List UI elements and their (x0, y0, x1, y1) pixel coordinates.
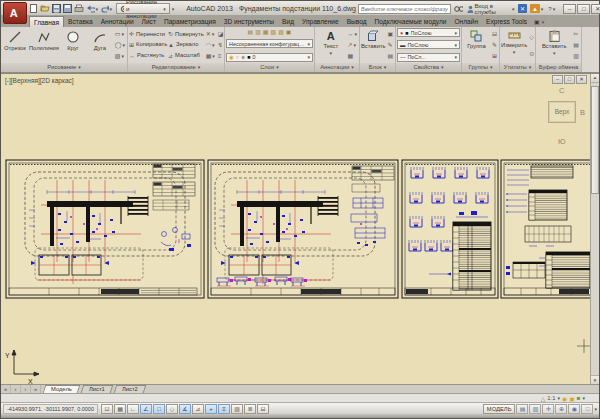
quick-view-layouts-icon[interactable]: ▤ (516, 404, 528, 414)
rotate-button[interactable]: ↻Повернуть (168, 31, 204, 37)
doc-close-button[interactable]: ✕ (576, 75, 587, 84)
hatch-button[interactable]: ▨▾ (114, 53, 126, 59)
3dosnap-toggle[interactable]: ◇ (166, 404, 178, 414)
panel-label-draw[interactable]: Рисование▾ (1, 63, 127, 72)
mirror-button[interactable]: ▲Зеркало (168, 42, 204, 48)
measure-button[interactable]: Измерить▾ (501, 28, 527, 63)
qat-redo-button[interactable]: ▾ (100, 3, 112, 14)
snap-toggle[interactable]: ⊡ (101, 404, 113, 414)
scroll-down-icon[interactable]: ▼ (591, 375, 599, 384)
qat-open-button[interactable] (40, 3, 50, 14)
copy-button[interactable]: ⊞Копировать (129, 42, 167, 48)
ungroup-button[interactable]: ⊟ (491, 31, 498, 37)
panel-label-groups[interactable]: Группы▾ (462, 63, 499, 72)
dimension-button[interactable]: ↔▾ (346, 31, 358, 37)
rectangle-button[interactable]: ▭▾ (114, 31, 126, 37)
panel-label-modify[interactable]: Редактирование▾ (128, 63, 224, 72)
pan-icon[interactable]: ✛ (542, 404, 554, 414)
application-menu-button[interactable]: A▾ (3, 2, 27, 24)
scale-button[interactable]: ⊿Масштаб (168, 53, 204, 59)
otrack-toggle[interactable]: ∡ (179, 404, 191, 414)
scroll-up-icon[interactable]: ▲ (591, 74, 599, 83)
restore-button[interactable]: □ (577, 4, 590, 14)
annotation-scale-value[interactable]: 1:1 (547, 395, 555, 401)
signin-button[interactable]: Вход в службы▾ (466, 4, 515, 14)
polar-toggle[interactable]: ∠ (140, 404, 152, 414)
move-button[interactable]: ✛Перенести (129, 31, 167, 37)
cut-button[interactable]: ✂ (572, 31, 580, 37)
tab-layout2[interactable]: Лист2 (113, 385, 145, 393)
panel-label-annotation[interactable]: Аннотации▾ (315, 63, 359, 72)
trim-button[interactable]: ✕▾ (205, 31, 216, 37)
array-button[interactable]: ▦▾ (205, 53, 216, 59)
ducs-toggle[interactable]: ⊿ (192, 404, 204, 414)
ortho-toggle[interactable]: ∟ (127, 404, 139, 414)
object-color-dropdown[interactable]: ●■ПоСлою▾ (397, 28, 460, 37)
panel-label-clipboard[interactable]: Буфер обмена (536, 63, 581, 72)
close-button[interactable]: ✕ (591, 4, 600, 14)
layer-dropdown[interactable]: ◉○◈■0▾ (226, 53, 313, 62)
qat-saveas-button[interactable] (63, 3, 72, 14)
layer-lock-icon[interactable]: ▨ (278, 28, 284, 35)
minimize-button[interactable]: – (563, 4, 576, 14)
grid-toggle[interactable]: ▦ (114, 404, 126, 414)
tab-parametric[interactable]: Параметризация (160, 16, 220, 27)
chevron-down-icon[interactable]: ▾ (557, 395, 560, 401)
tab-layout[interactable]: Лист (138, 16, 160, 27)
panel-label-utilities[interactable]: Утилиты▾ (500, 63, 535, 72)
prev-layout-button[interactable]: ‹ (11, 385, 21, 393)
line-button[interactable]: Отрезок (2, 28, 28, 63)
explode-button[interactable]: ↯ (217, 42, 225, 48)
vertical-scrollbar[interactable]: ▲ ▼ (590, 74, 599, 384)
scrollbar-thumb[interactable] (591, 86, 599, 194)
arc-button[interactable]: Дуга (87, 28, 113, 63)
coordinates-readout[interactable]: -414930.9971, -30111.9907, 0.0000 (3, 404, 98, 414)
annotation-sync-icon[interactable]: ■ (577, 395, 581, 401)
selection-cycling-toggle[interactable]: ⊟ (257, 404, 269, 414)
quick-view-drawings-icon[interactable]: ▥ (529, 404, 541, 414)
leader-button[interactable]: ↗▾ (346, 42, 358, 48)
linetype-dropdown[interactable]: —ПоСл...▾ (397, 53, 460, 62)
chevron-down-icon[interactable]: ▾ (542, 19, 545, 25)
stretch-button[interactable]: ↔Растянуть (129, 53, 167, 59)
exchange-apps-button[interactable]: ✕ (518, 4, 528, 13)
layer-match-icon[interactable]: ▣ (286, 28, 292, 35)
tab-3d-tools[interactable]: 3D инструменты (220, 16, 278, 27)
viewcube[interactable]: С В Ю Верх (539, 86, 585, 146)
qat-overflow-dropdown[interactable]: ▾ (172, 6, 175, 12)
search-button[interactable] (453, 4, 464, 14)
qat-new-button[interactable] (29, 3, 38, 14)
fillet-button[interactable]: ◠▾ (205, 42, 216, 48)
text-button[interactable]: AТекст▾ (316, 28, 345, 63)
id-point-button[interactable]: ⊙ (528, 51, 535, 57)
block-editor-button[interactable]: ▤ (387, 53, 395, 59)
tab-express-tools[interactable]: Express Tools (482, 16, 531, 27)
panel-label-layers[interactable]: Слои▾ (225, 63, 314, 72)
doc-restore-button[interactable]: □ (564, 75, 575, 84)
erase-button[interactable]: ◪ (217, 31, 225, 37)
tab-manage[interactable]: Управление (298, 16, 343, 27)
edit-attribute-button[interactable]: ✎ (387, 42, 395, 48)
viewcube-south[interactable]: Ю (558, 137, 566, 146)
tab-home[interactable]: Главная (29, 16, 64, 27)
osnap-toggle[interactable]: □ (153, 404, 165, 414)
circle-button[interactable]: Круг (60, 28, 86, 63)
doc-minimize-button[interactable]: – (552, 75, 563, 84)
insert-block-button[interactable]: Вставить (361, 28, 386, 63)
qat-save-button[interactable] (52, 3, 61, 14)
viewcube-north[interactable]: С (559, 86, 564, 95)
qat-undo-button[interactable]: ▾ (86, 3, 98, 14)
dyn-toggle[interactable]: + (205, 404, 217, 414)
paste-button[interactable]: Вставить▾ (537, 28, 571, 63)
viewport-controls[interactable]: [-][Верхняя][2D каркас] (5, 77, 74, 84)
search-input[interactable] (358, 4, 451, 14)
transparency-toggle[interactable]: ▨ (231, 404, 243, 414)
layer-state-dropdown[interactable]: Несохраненная конфигурация сло▾ (226, 39, 313, 48)
tab-annotate[interactable]: Аннотации (97, 16, 138, 27)
ribbon-minimize-icon[interactable]: ▣ (534, 18, 540, 25)
next-layout-button[interactable]: › (21, 385, 31, 393)
tab-output[interactable]: Вывод (343, 16, 371, 27)
copy-clip-button[interactable]: ▤ (572, 42, 580, 48)
offset-button[interactable]: ≡ (217, 53, 225, 59)
tab-model[interactable]: Модель (43, 385, 80, 393)
